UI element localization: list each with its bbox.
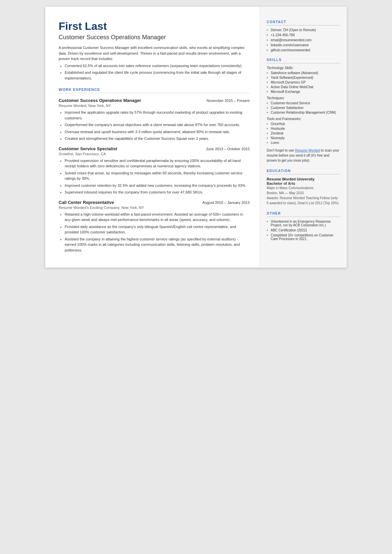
job-bullet: Supervised inbound inquiries for the com… (65, 189, 250, 195)
left-column: First Last Customer Success Operations M… (45, 7, 260, 268)
bullet-dot: • (267, 38, 269, 42)
job-bullet: Outperformed the company's annual object… (65, 122, 250, 128)
skill-text: Salesforce software (Advanced) (271, 71, 318, 75)
tool-item: •Zendesk (267, 131, 340, 135)
bullet-dot: • (267, 85, 269, 89)
job-dates: November 2015 – Present (207, 99, 250, 103)
other-item: •Volunteered in an Emergency Response Pr… (267, 220, 340, 227)
bullet-dot: • (267, 127, 269, 130)
bullet-dot: • (267, 141, 269, 145)
contact-text: github.com/resumeworded (271, 48, 310, 52)
tool-item: •OnceHub (267, 122, 340, 126)
job-entry: Customer Service SpecialistJune 2013 – O… (59, 146, 250, 195)
education-section: EDUCATION Resume Worded University Bache… (267, 169, 340, 206)
tool-text: OnceHub (271, 122, 285, 126)
bullet-dot: • (267, 28, 269, 32)
promo-before: Don't forget to use (267, 149, 295, 152)
job-bullet: Solved crises that arose, by responding … (65, 170, 250, 181)
bullet-dot: • (267, 106, 269, 110)
contact-section-title: CONTACT (267, 20, 340, 25)
promo-text: Don't forget to use Resume Worded to sca… (267, 148, 340, 163)
bullet-dot: • (267, 131, 269, 135)
education-section-title: EDUCATION (267, 169, 340, 174)
skill-item: •Yardi Software(Experienced) (267, 76, 340, 79)
job-company: Resume Worded's Exciting Company, New Yo… (59, 206, 250, 210)
techniques-label: Techniques: (267, 96, 340, 100)
candidate-title: Customer Success Operations Manager (59, 34, 250, 41)
edu-location: Boston, MA — May 2010 (267, 190, 340, 196)
contact-section: CONTACT •Denver, OH (Open to Remote)•+1-… (267, 20, 340, 52)
edu-school: Resume Worded University (267, 177, 340, 181)
job-bullets: Retained a high-volume workload within a… (65, 212, 250, 253)
skills-section: SKILLS Technology Skills: •Salesforce so… (267, 58, 340, 163)
skill-text: Microsoft Exchange (271, 90, 300, 94)
job-header: Customer Service SpecialistJune 2013 – O… (59, 146, 250, 151)
right-column: CONTACT •Denver, OH (Open to Remote)•+1-… (260, 7, 347, 268)
contact-item: •github.com/resumeworded (267, 48, 340, 52)
job-title-text: Customer Service Specialist (59, 146, 117, 151)
bullet-dot: • (267, 33, 269, 37)
job-header: Customer Success Operations ManagerNovem… (59, 98, 250, 103)
bullet-dot: • (267, 111, 269, 114)
contact-item: •Denver, OH (Open to Remote) (267, 28, 340, 32)
summary-bullet: Established and regulated the client lif… (65, 70, 250, 81)
tool-item: •Loom (267, 141, 340, 145)
job-bullet: Retained a high-volume workload within a… (65, 212, 250, 223)
job-company: Growthsi, San Francisco, CA (59, 152, 250, 156)
bullet-dot: • (267, 43, 269, 47)
summary-text: A professional Customer Success Manager … (59, 46, 245, 61)
tech-skills-label: Technology Skills: (267, 66, 340, 70)
promo-link[interactable]: Resume Worded (295, 149, 320, 152)
job-title-text: Customer Success Operations Manager (59, 98, 141, 103)
work-experience-section-title: WORK EXPERIENCE (59, 88, 250, 93)
bullet-dot: • (267, 71, 269, 75)
tech-skills-list: •Salesforce software (Advanced)•Yardi So… (267, 71, 340, 94)
bullet-dot: • (267, 122, 269, 126)
edu-degree: Bachelor of Arts (267, 181, 340, 185)
bullet-dot: • (267, 76, 269, 79)
bullet-dot: • (267, 80, 269, 84)
contact-text: +1-234-456-789 (271, 33, 295, 37)
candidate-name: First Last (59, 20, 250, 33)
other-list: •Volunteered in an Emergency Response Pr… (267, 220, 340, 241)
job-dates: August 2010 – January 2013 (202, 201, 250, 205)
contact-text: Denver, OH (Open to Remote) (271, 28, 316, 32)
job-bullet: Improved customer retention by 32.5% and… (65, 183, 250, 188)
technique-text: Customer Satisfaction (271, 106, 304, 110)
bullet-dot: • (267, 48, 269, 52)
bullet-dot: • (267, 233, 269, 237)
job-bullet: Improved the application upgrade rates b… (65, 110, 250, 121)
edu-major: Major in Mass Communications (267, 185, 340, 190)
job-bullets: Improved the application upgrade rates b… (65, 110, 250, 142)
job-bullet: Oversaw renewal and upsell business with… (65, 129, 250, 135)
skill-item: •Active Data Online WebChat (267, 85, 340, 89)
technique-item: •Customer-focused Service (267, 101, 340, 105)
skills-section-title: SKILLS (267, 58, 340, 63)
technique-skills-list: •Customer-focused Service•Customer Satis… (267, 101, 340, 114)
bullet-dot: • (267, 101, 269, 105)
bullet-dot: • (267, 228, 269, 232)
bullet-dot: • (267, 220, 269, 223)
skill-text: Active Data Online WebChat (271, 85, 313, 89)
bullet-dot: • (267, 136, 269, 140)
tool-text: Hootsuite (271, 127, 285, 130)
job-bullet: Created and strengthened the capabilitie… (65, 136, 250, 142)
job-title-text: Call Center Representative (59, 200, 114, 205)
technique-text: Customer Relationship Management (CRM) (271, 111, 336, 114)
summary-bullets: Converted 62.5% of all accounts into sal… (65, 63, 250, 81)
skill-item: •Salesforce software (Advanced) (267, 71, 340, 75)
job-bullet: Provided supervision of sensitive and co… (65, 158, 250, 169)
job-bullet: Assisted the company in attaining the hi… (65, 236, 250, 253)
tool-text: Loom (271, 141, 279, 145)
contact-text: linkedin.com/in/username (271, 43, 309, 47)
other-text: ABC Certification (2022) (271, 228, 307, 232)
tool-item: •Nicereply (267, 136, 340, 140)
skill-item: •Microsoft Dynamics GP (267, 80, 340, 84)
tool-item: •Hootsuite (267, 127, 340, 130)
other-section: OTHER •Volunteered in an Emergency Respo… (267, 212, 340, 241)
bullet-dot: • (267, 90, 269, 94)
tool-text: Zendesk (271, 131, 283, 135)
job-bullet: Provided daily assistance as the company… (65, 224, 250, 235)
jobs-container: Customer Success Operations ManagerNovem… (59, 98, 250, 253)
job-bullets: Provided supervision of sensitive and co… (65, 158, 250, 195)
